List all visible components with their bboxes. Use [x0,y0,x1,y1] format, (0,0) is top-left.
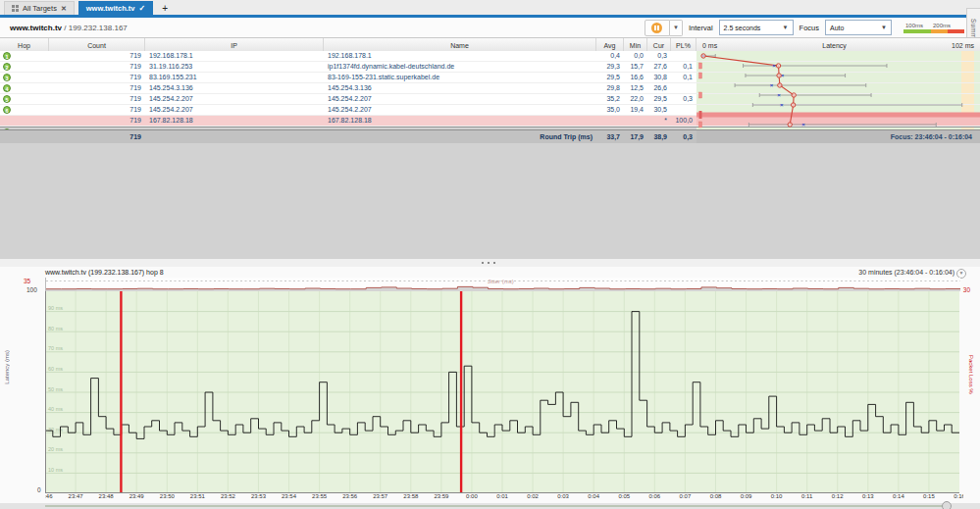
footer-count: 719 [49,130,145,144]
hop-cell: 4 [0,83,49,93]
time-tick-label: 0:13 [862,493,874,499]
avg-cell: 35,0 [596,105,624,115]
footer-pl: 0,3 [671,130,696,144]
tab-check-icon: ✓ [139,4,146,13]
col-header-ip[interactable]: IP [145,38,324,52]
round-trip-row: 719 Round Trip (ms) 33,7 17,9 38,9 0,3 F… [0,129,980,144]
col-header-count[interactable]: Count [49,38,145,52]
tab-twitch[interactable]: www.twitch.tv ✓ [78,1,153,15]
latency-range-cell [696,83,980,93]
cur-cell: 29,5 [647,94,671,104]
jitter-axis-max-label: 35 [24,278,30,284]
latency-threshold-band [961,83,974,93]
col-header-name[interactable]: Name [324,38,596,52]
cur-cell: 30,5 [647,105,671,115]
timeline-range-label[interactable]: 30 minutes (23:46:04 - 0:16:04) [858,269,954,276]
pause-dropdown-button[interactable]: ▼ [670,20,683,36]
panel-splitter[interactable] [0,259,980,267]
time-tick-label: 0:12 [832,493,844,499]
hop-number-badge: 1 [3,52,11,60]
ip-cell: 145.254.2.207 [145,105,324,115]
time-tick-label: 0:04 [588,493,599,499]
table-row[interactable]: 6719145.254.2.207145.254.2.20735,019,430… [0,105,980,116]
latency-range-cell [696,94,980,104]
col-header-min[interactable]: Min [624,38,647,52]
table-row[interactable]: 1719192.168.178.1192.168.178.10,40,00,3 [0,51,980,62]
latency-range-cell [696,62,980,72]
tab-all-targets[interactable]: All Targets ✕ [4,1,75,15]
name-cell: ip1f1374fd.dynamic.kabel-deutschland.de [324,62,596,72]
tab-close-icon[interactable]: ✕ [61,5,67,13]
footer-cur: 38,9 [647,130,671,144]
timeline-scrollbar[interactable] [0,503,980,509]
toolbar: www.twitch.tv / 199.232.138.167 ▼ Interv… [0,18,980,38]
hop-cell: 1 [0,51,49,61]
hop-number-badge: 4 [3,84,11,92]
table-row[interactable]: 5719145.254.2.207145.254.2.20735,222,029… [0,94,980,105]
interval-value: 2.5 seconds [724,25,761,31]
pause-button[interactable] [645,20,670,36]
latency-title: Latency [822,42,847,49]
legend-gradient-bar [903,29,964,33]
count-cell: 719 [49,62,145,72]
focus-select[interactable]: Auto ▼ [825,20,892,35]
scrollbar-thumb[interactable] [942,501,952,509]
right-axis-title: Packet Loss % [968,355,974,394]
count-cell: 719 [49,83,145,93]
avg-cell: 29,3 [596,62,624,72]
svg-text:90 ms: 90 ms [48,305,63,311]
latency-threshold-band [961,51,974,61]
col-header-avg[interactable]: Avg [596,38,624,52]
chevron-down-icon: ▼ [783,25,789,30]
col-header-pl[interactable]: PL% [671,38,696,52]
time-tick-label: 0:10 [771,493,783,499]
time-tick-label: 0:05 [618,493,630,499]
min-cell: 22,0 [624,94,647,104]
breadcrumb: www.twitch.tv / 199.232.138.167 [10,24,128,32]
cur-cell: 26,6 [647,83,671,93]
latency-threshold-band [961,94,974,104]
hop-cell: 6 [0,105,49,115]
col-header-cur[interactable]: Cur [647,38,671,52]
packet-loss-cell [671,51,696,61]
packet-loss-cell: 0,1 [671,62,696,72]
hop-cell: 2 [0,62,49,72]
svg-text:20 ms: 20 ms [48,446,63,452]
avg-cell: 35,2 [596,94,624,104]
time-tick-label: 23:56 [342,493,357,499]
interval-select[interactable]: 2.5 seconds ▼ [719,20,794,35]
time-tick-label: 0:11 [801,493,812,499]
hop-number-badge: 3 [3,74,11,81]
hop-number-badge: 5 [3,95,11,103]
footer-min: 17,9 [624,130,647,144]
col-header-hop[interactable]: Hop [0,38,49,52]
name-cell: 145.254.2.207 [324,94,596,104]
time-tick-label: 0:09 [741,493,752,499]
right-axis-max-label: 30 [963,286,970,293]
time-tick-label: 23:46 [45,493,53,499]
ip-cell: 145.254.3.136 [145,83,324,93]
packet-loss-cell [671,83,696,93]
legend-segment [931,29,948,33]
legend-segment [903,29,931,33]
table-row[interactable]: 719167.82.128.18167.82.128.18*100,0 [0,116,980,127]
latency-scale-legend: 100ms 200ms [903,23,964,33]
chevron-down-icon: ▼ [881,25,887,30]
time-tick-label: 0:15 [923,493,935,499]
latency-range-cell [696,51,980,61]
jitter-strip: Jitter (ms) [45,278,960,291]
col-header-latency[interactable]: 0 ms Latency 102 ms [696,38,980,52]
new-tab-button[interactable]: + [159,2,171,15]
time-tick-label: 23:51 [190,493,205,499]
latency-timeline-plot[interactable]: 10 ms20 ms30 ms40 ms50 ms60 ms70 ms80 ms… [45,291,959,493]
time-tick-label: 0:03 [557,493,569,499]
latency-max-label: 102 ms [952,42,974,49]
table-row[interactable]: 371983.169.155.23183-169-155-231.static.… [0,73,980,83]
svg-text:70 ms: 70 ms [48,345,63,351]
time-tick-label: 0:01 [496,493,508,499]
table-row[interactable]: 4719145.254.3.136145.254.3.13629,812,526… [0,83,980,94]
count-cell: 719 [49,73,145,82]
scrollbar-track[interactable] [45,505,948,507]
cur-cell: 30,8 [647,73,671,82]
table-row[interactable]: 271931.19.116.253ip1f1374fd.dynamic.kabe… [0,62,980,73]
